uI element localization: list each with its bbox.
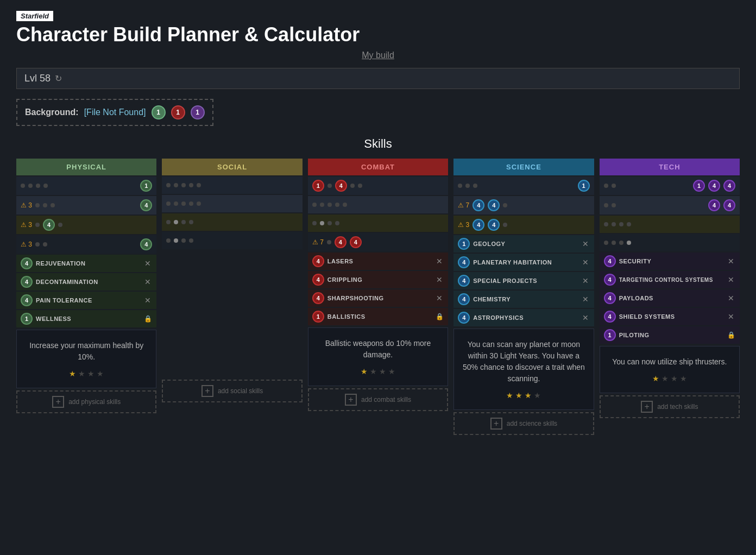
- skill-payloads: 4 PAYLOADS ✕: [600, 289, 740, 307]
- game-badge: Starfield: [16, 11, 53, 21]
- skill-geology: 1 GEOLOGY ✕: [453, 235, 594, 253]
- add-tech-skills-btn[interactable]: + add tech skills: [600, 395, 740, 418]
- remove-security[interactable]: ✕: [727, 257, 735, 266]
- remove-shield-systems[interactable]: ✕: [727, 312, 735, 321]
- plus-icon: +: [52, 396, 64, 408]
- remove-sharpshooting[interactable]: ✕: [435, 294, 444, 302]
- physical-tier3-badge: 4: [43, 219, 55, 231]
- combat-column: COMBAT 1 4 ⚠ 7 4 4 4 LASERS: [308, 159, 448, 411]
- warning-icon: ⚠ 3: [21, 241, 32, 248]
- remove-planetary-habitation[interactable]: ✕: [581, 258, 590, 267]
- physical-tier-3: ⚠ 3 4: [16, 216, 156, 234]
- level-label: Lvl 58: [24, 73, 51, 84]
- add-physical-skills-btn[interactable]: + add physical skills: [16, 390, 156, 413]
- trait-badge-red[interactable]: 1: [171, 105, 185, 119]
- skill-security: 4 SECURITY ✕: [600, 253, 740, 270]
- skill-astrophysics: 4 ASTROPHYSICS ✕: [453, 309, 594, 326]
- skill-rejuvenation: 4 REJUVENATION ✕: [16, 255, 156, 272]
- plus-icon-social: +: [201, 385, 213, 397]
- skills-section-title: Skills: [16, 137, 740, 151]
- social-tier-1: [162, 176, 302, 194]
- science-tier-2: ⚠ 7 4 4: [453, 196, 594, 215]
- warning-icon: ⚠ 3: [21, 201, 32, 209]
- physical-tier-1: 1: [16, 176, 156, 195]
- remove-payloads[interactable]: ✕: [727, 294, 735, 302]
- social-tier-4: [162, 232, 302, 249]
- warning-icon: ⚠ 7: [458, 201, 469, 209]
- skill-planetary-habitation: 4 PLANETARY HABITATION ✕: [453, 254, 594, 271]
- add-science-skills-btn[interactable]: + add science skills: [453, 412, 594, 435]
- skill-crippling: 4 CRIPPLING ✕: [308, 271, 448, 288]
- remove-targeting[interactable]: ✕: [727, 275, 735, 284]
- tech-header: TECH: [600, 159, 740, 175]
- skill-special-projects: 4 SPECIAL PROJECTS ✕: [453, 272, 594, 289]
- combat-header: COMBAT: [308, 159, 448, 175]
- combat-tier-3: [308, 215, 448, 232]
- skill-shield-systems: 4 SHIELD SYSTEMS ✕: [600, 308, 740, 325]
- remove-pain-tolerance[interactable]: ✕: [143, 296, 152, 305]
- social-column: SOCIAL + add social skills: [162, 159, 302, 402]
- tech-info-box: You can now utilize ship thrusters. ★ ★ …: [600, 346, 740, 393]
- remove-decontamination[interactable]: ✕: [143, 278, 152, 286]
- social-header: SOCIAL: [162, 159, 302, 175]
- tech-column: TECH 1 4 4 4 4 4 SEC: [600, 159, 740, 418]
- physical-header: PHYSICAL: [16, 159, 156, 175]
- tech-tier-2: 4 4: [600, 196, 740, 215]
- skill-ballistics: 1 BALLISTICS 🔒: [308, 308, 448, 325]
- add-social-skills-btn[interactable]: + add social skills: [162, 380, 302, 402]
- trait-badge-purple[interactable]: 1: [191, 105, 205, 119]
- skill-wellness: 1 WELLNESS 🔒: [16, 310, 156, 327]
- physical-tier2-badge: 4: [140, 199, 152, 211]
- lock-ballistics: 🔒: [436, 313, 444, 320]
- warning-icon: ⚠ 3: [458, 221, 469, 229]
- background-row: Background: [File Not Found] 1 1 1: [16, 99, 213, 126]
- tech-tier-1: 1 4 4: [600, 176, 740, 195]
- skill-piloting: 1 PILOTING 🔒: [600, 326, 740, 344]
- warning-icon: ⚠ 3: [21, 221, 32, 229]
- remove-crippling[interactable]: ✕: [435, 275, 444, 284]
- skill-decontamination: 4 DECONTAMINATION ✕: [16, 273, 156, 291]
- combat-info-box: Ballistic weapons do 10% more damage. ★ …: [308, 327, 448, 386]
- remove-geology[interactable]: ✕: [581, 239, 590, 248]
- combat-tier-2: [308, 196, 448, 213]
- combat-tier-1: 1 4: [308, 176, 448, 195]
- skill-sharpshooting: 4 SHARPSHOOTING ✕: [308, 289, 448, 307]
- warning-icon: ⚠ 7: [312, 238, 324, 246]
- skill-pain-tolerance: 4 PAIN TOLERANCE ✕: [16, 292, 156, 309]
- remove-astrophysics[interactable]: ✕: [581, 313, 590, 322]
- lock-piloting: 🔒: [727, 331, 735, 339]
- plus-icon-tech: +: [641, 401, 653, 413]
- my-build-link[interactable]: My build: [16, 51, 740, 60]
- physical-tier-4: ⚠ 3 4: [16, 235, 156, 254]
- skill-lasers: 4 LASERS ✕: [308, 253, 448, 270]
- remove-rejuvenation[interactable]: ✕: [143, 259, 152, 268]
- social-tier-2: [162, 195, 302, 212]
- add-combat-skills-btn[interactable]: + add combat skills: [308, 388, 448, 411]
- plus-icon-combat: +: [345, 394, 357, 406]
- physical-tier-2: ⚠ 3 4: [16, 196, 156, 215]
- science-tier-3: ⚠ 3 4 4: [453, 216, 594, 234]
- skill-chemistry: 4 CHEMISTRY ✕: [453, 291, 594, 308]
- background-value: [File Not Found]: [84, 108, 146, 117]
- remove-lasers[interactable]: ✕: [435, 257, 444, 266]
- physical-info-box: Increase your maximum health by 10%. ★ ★…: [16, 330, 156, 388]
- remove-special-projects[interactable]: ✕: [581, 276, 590, 285]
- science-info-box: You can scan any planet or moon within 3…: [453, 329, 594, 410]
- physical-tier4-badge: 4: [140, 238, 152, 250]
- science-column: SCIENCE 1 ⚠ 7 4 4 ⚠ 3 4 4 1 GEOLOGY: [453, 159, 594, 435]
- trait-badge-green[interactable]: 1: [152, 105, 166, 119]
- science-tier-1: 1: [453, 176, 594, 195]
- plus-icon-science: +: [490, 418, 502, 430]
- combat-tier-4: ⚠ 7 4 4: [308, 233, 448, 251]
- tech-tier-3: [600, 216, 740, 233]
- science-header: SCIENCE: [453, 159, 594, 175]
- main-title: Character Build Planner & Calculator: [16, 23, 740, 46]
- lock-wellness: 🔒: [144, 315, 152, 323]
- social-tier-3: [162, 213, 302, 231]
- physical-tier1-badge: 1: [140, 180, 152, 192]
- tech-tier-4: [600, 234, 740, 251]
- skill-targeting-control-systems: 4 TARGETING CONTROL SYSTEMS ✕: [600, 271, 740, 288]
- refresh-icon[interactable]: ↻: [55, 73, 62, 84]
- remove-chemistry[interactable]: ✕: [581, 295, 590, 304]
- physical-column: PHYSICAL 1 ⚠ 3 4 ⚠ 3 4 ⚠ 3: [16, 159, 156, 413]
